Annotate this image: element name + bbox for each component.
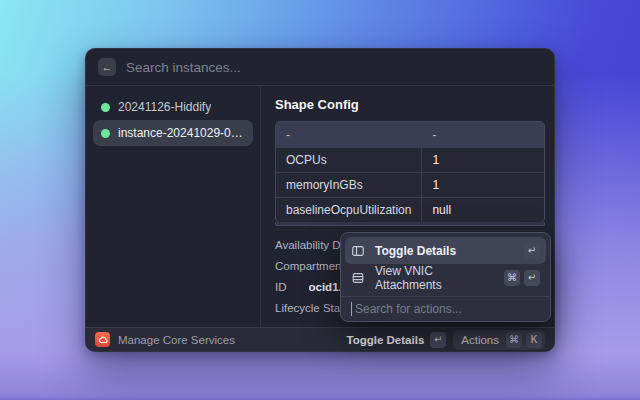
- action-item-view-vnic-attachments[interactable]: View VNIC Attachments ⌘ ↵: [345, 264, 546, 291]
- detail-title: Shape Config: [275, 97, 545, 112]
- status-dot: [101, 129, 110, 138]
- table-row: baselineOcpuUtilization null: [276, 197, 544, 222]
- table-cell-key: memoryInGBs: [276, 172, 422, 197]
- toggle-details-button[interactable]: Toggle Details ↵: [347, 332, 447, 348]
- enter-key-chip: ↵: [524, 270, 540, 286]
- table-cell-value: 1: [422, 172, 544, 197]
- enter-key-chip: ↵: [524, 243, 540, 259]
- instance-list: 20241126-Hiddify instance-20241029-0105-…: [86, 86, 261, 327]
- instance-name: instance-20241029-0105-Hesti…: [118, 126, 245, 140]
- list-item-instance-1[interactable]: instance-20241029-0105-Hesti…: [93, 120, 253, 146]
- popup-search-row: [341, 297, 550, 321]
- enter-key-chip: ↵: [430, 332, 446, 348]
- table-row: - -: [276, 122, 544, 147]
- meta-label: Lifecycle State: [275, 302, 350, 314]
- table-cell-value: -: [422, 122, 544, 147]
- cmd-key-chip: ⌘: [504, 270, 520, 286]
- meta-label: ID: [275, 281, 287, 293]
- action-item-toggle-details[interactable]: Toggle Details ↵: [345, 237, 546, 264]
- sidebar-toggle-icon: [351, 244, 367, 258]
- search-header: ←: [86, 49, 554, 86]
- actions-label: Actions: [461, 334, 499, 346]
- table-partial-row: [275, 222, 545, 226]
- action-label: Toggle Details: [375, 244, 456, 258]
- actions-popup-items: Toggle Details ↵ View VNIC Attachments ⌘…: [341, 233, 550, 295]
- table-cell-value: null: [422, 197, 544, 222]
- attachments-list-icon: [351, 271, 367, 285]
- cmd-key-chip: ⌘: [506, 332, 522, 348]
- instance-name: 20241126-Hiddify: [118, 100, 211, 114]
- status-dot: [101, 103, 110, 112]
- toggle-details-label: Toggle Details: [347, 334, 425, 346]
- table-row: memoryInGBs 1: [276, 172, 544, 197]
- search-input[interactable]: [126, 60, 542, 75]
- table-cell-value: 1: [422, 147, 544, 172]
- footer-actions: Toggle Details ↵ Actions ⌘ K: [347, 330, 545, 350]
- list-item-instance-0[interactable]: 20241126-Hiddify: [93, 94, 253, 120]
- table-cell-key: -: [276, 122, 422, 147]
- table-cell-key: OCPUs: [276, 147, 422, 172]
- actions-button[interactable]: Actions ⌘ K: [453, 330, 545, 350]
- actions-search-input[interactable]: [351, 302, 540, 316]
- table-row: OCPUs 1: [276, 147, 544, 172]
- action-label: View VNIC Attachments: [375, 264, 496, 292]
- shape-config-table: - - OCPUs 1 memoryInGBs 1 baselineOcpuUt…: [275, 121, 545, 223]
- oracle-cloud-icon: [95, 332, 110, 347]
- footer-bar: Manage Core Services Toggle Details ↵ Ac…: [86, 327, 554, 351]
- k-key-chip: K: [526, 332, 542, 348]
- back-button[interactable]: ←: [98, 58, 116, 76]
- actions-popup: Toggle Details ↵ View VNIC Attachments ⌘…: [340, 232, 551, 322]
- footer-app-label: Manage Core Services: [118, 334, 235, 346]
- table-cell-key: baselineOcpuUtilization: [276, 197, 422, 222]
